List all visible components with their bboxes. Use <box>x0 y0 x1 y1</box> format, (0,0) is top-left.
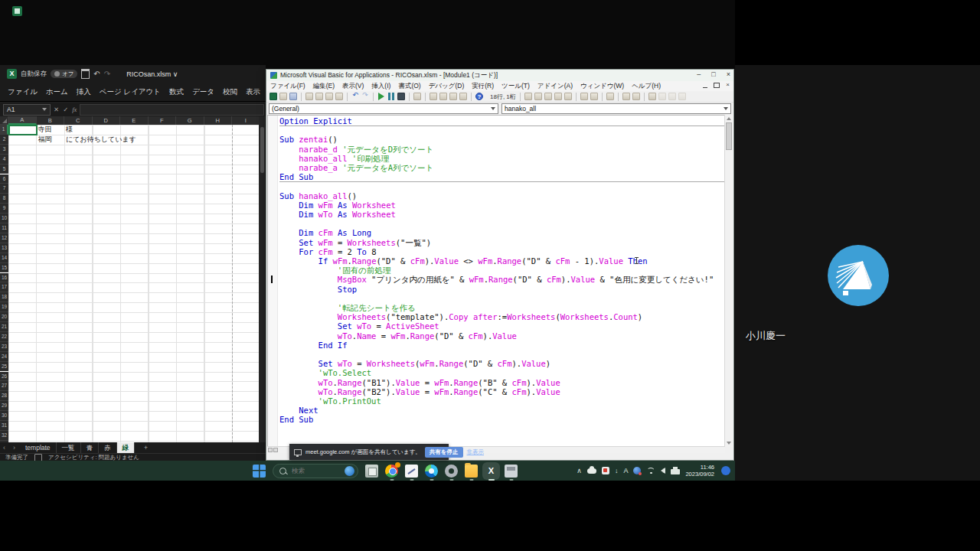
printer-tray-icon[interactable] <box>671 469 680 474</box>
row-header-14[interactable]: 14 <box>0 253 8 263</box>
list-constants-icon[interactable] <box>534 93 542 100</box>
row-header-23[interactable]: 23 <box>0 342 8 352</box>
row-header-10[interactable]: 10 <box>0 214 8 223</box>
row-header-32[interactable]: 32 <box>0 431 8 441</box>
code-line[interactable]: Sub zentai() <box>279 135 725 144</box>
code-line[interactable]: '転記先シートを作る <box>279 303 725 312</box>
settings-icon[interactable] <box>445 465 458 478</box>
column-header-D[interactable]: D <box>93 116 121 125</box>
code-line[interactable]: End Sub <box>279 415 725 424</box>
row-header-6[interactable]: 6 <box>0 174 8 184</box>
scrollbar-thumb[interactable] <box>726 122 732 150</box>
row-header-29[interactable]: 29 <box>0 401 8 411</box>
cells-area[interactable]: 寺田様福岡にてお待ちしています <box>8 125 259 442</box>
column-header-A[interactable]: A <box>8 116 37 125</box>
code-line[interactable]: For cFm = 2 To 8 <box>279 247 725 256</box>
mdi-close-icon[interactable]: × <box>726 82 730 88</box>
column-header-C[interactable]: C <box>64 116 93 125</box>
code-line[interactable]: Dim wTo As Worksheet <box>279 210 725 219</box>
code-line[interactable]: 'wTo.Select <box>279 368 725 377</box>
code-line[interactable]: End Sub <box>279 172 725 182</box>
sheet-tab-template[interactable]: template <box>20 442 57 453</box>
taskbar-clock[interactable]: 11:46 2023/09/02 <box>685 464 714 478</box>
code-line[interactable] <box>279 350 725 359</box>
code-line[interactable] <box>279 126 725 135</box>
redo-icon[interactable]: ↷ <box>104 70 110 78</box>
vbe-vertical-scrollbar[interactable] <box>724 115 733 447</box>
code-line[interactable]: wTo.Range("B1").Value = wFm.Range("B" & … <box>279 378 725 387</box>
row-header-20[interactable]: 20 <box>0 312 8 322</box>
menu-表示[interactable]: 表示(V) <box>338 82 368 91</box>
sheet-tab-青[interactable]: 青 <box>81 442 100 453</box>
enter-icon[interactable]: ✓ <box>63 106 68 113</box>
row-header-7[interactable]: 7 <box>0 184 8 194</box>
clear-bookmarks-icon[interactable] <box>678 93 686 100</box>
excel-vertical-scrollbar[interactable] <box>259 116 266 442</box>
scroll-up-icon[interactable] <box>727 117 731 120</box>
cell-B1[interactable]: 寺田 <box>37 125 52 135</box>
column-header-H[interactable]: H <box>204 116 233 125</box>
row-header-2[interactable]: 2 <box>0 135 8 145</box>
row-header-13[interactable]: 13 <box>0 243 8 253</box>
menu-アドイン[interactable]: アドイン(A) <box>534 82 577 91</box>
notepad-icon[interactable] <box>405 465 418 478</box>
column-header-F[interactable]: F <box>149 116 177 125</box>
column-header-I[interactable]: I <box>232 116 259 125</box>
undo-icon[interactable] <box>351 93 359 100</box>
code-line[interactable]: Set wTo = ActiveSheet <box>279 321 725 331</box>
row-header-28[interactable]: 28 <box>0 391 8 401</box>
notification-badge[interactable] <box>721 466 730 475</box>
ribbon-tab-数式[interactable]: 数式 <box>169 87 184 97</box>
stop-sharing-button[interactable]: 共有を停止 <box>425 447 463 458</box>
maximize-button[interactable]: □ <box>711 70 715 78</box>
column-header-E[interactable]: E <box>120 116 149 125</box>
column-header-G[interactable]: G <box>176 116 204 125</box>
procedure-combo[interactable]: hanako_all <box>501 103 731 114</box>
code-line[interactable] <box>279 294 725 303</box>
next-bookmark-icon[interactable] <box>658 93 666 100</box>
quick-info-icon[interactable] <box>544 93 552 100</box>
object-browser-icon[interactable] <box>449 93 457 100</box>
participant-tile[interactable]: 小川慶一 <box>735 65 980 481</box>
split-handle[interactable] <box>268 448 273 452</box>
ime-mode-icon[interactable]: A <box>623 467 628 474</box>
download-arrow-icon[interactable]: ↓ <box>615 467 619 474</box>
row-header-19[interactable]: 19 <box>0 302 8 312</box>
code-line[interactable]: Dim wFm As Worksheet <box>279 201 725 210</box>
code-line[interactable]: Stop <box>279 285 725 294</box>
ribbon-tab-表示[interactable]: 表示 <box>246 87 260 97</box>
add-sheet-button[interactable]: + <box>144 444 148 452</box>
search-input[interactable] <box>290 466 341 475</box>
edge-icon[interactable] <box>425 465 438 478</box>
copy-icon[interactable] <box>315 93 323 100</box>
scroll-down-icon[interactable] <box>727 442 731 445</box>
row-header-30[interactable]: 30 <box>0 411 8 421</box>
ribbon-tab-ホーム[interactable]: ホーム <box>46 87 68 97</box>
break-icon[interactable] <box>387 93 395 100</box>
ribbon-tab-挿入[interactable]: 挿入 <box>77 87 91 97</box>
close-button[interactable]: × <box>727 70 730 78</box>
ribbon-tab-ページ レイアウト[interactable]: ページ レイアウト <box>100 87 161 97</box>
row-header-9[interactable]: 9 <box>0 204 8 214</box>
document-title[interactable]: RICOsan.xlsm ∨ <box>126 70 178 78</box>
ribbon-tab-データ[interactable]: データ <box>192 87 214 97</box>
menu-ヘルプ[interactable]: ヘルプ(H) <box>628 82 665 91</box>
toolbox-icon[interactable] <box>459 93 467 100</box>
cancel-icon[interactable]: ✕ <box>54 106 59 113</box>
properties-window-icon[interactable] <box>439 93 447 100</box>
menu-書式[interactable]: 書式(O) <box>394 82 424 91</box>
code-line[interactable]: wTo.Name = wFm.Range("D" & cFm).Value <box>279 331 725 341</box>
menu-実行[interactable]: 実行(R) <box>468 82 498 91</box>
row-header-31[interactable]: 31 <box>0 421 8 431</box>
code-line[interactable]: hanako_all '印刷処理 <box>279 154 725 163</box>
sheet-nav-left-icon[interactable]: ‹ <box>0 444 8 452</box>
uncomment-block-icon[interactable] <box>632 93 640 100</box>
hide-toast-link[interactable]: 非表示 <box>467 448 485 456</box>
macro-record-icon[interactable] <box>34 454 42 461</box>
row-header-5[interactable]: 5 <box>0 165 8 174</box>
row-header-25[interactable]: 25 <box>0 362 8 372</box>
formula-input[interactable] <box>80 104 264 116</box>
ribbon-tab-ファイル[interactable]: ファイル <box>8 87 38 97</box>
complete-word-icon[interactable] <box>564 93 572 100</box>
toggle-bookmark-icon[interactable] <box>648 93 656 100</box>
